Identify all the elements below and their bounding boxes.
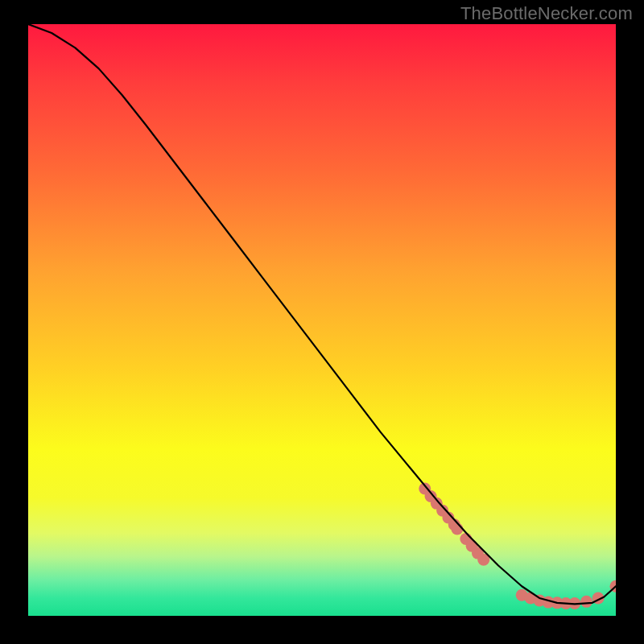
bottleneck-curve — [28, 24, 616, 604]
chart-frame: TheBottleNecker.com — [0, 0, 644, 644]
data-marker — [580, 596, 592, 608]
marker-layer — [419, 482, 616, 609]
watermark-text: TheBottleNecker.com — [460, 3, 633, 24]
plot-area — [28, 24, 616, 616]
chart-svg — [28, 24, 616, 616]
